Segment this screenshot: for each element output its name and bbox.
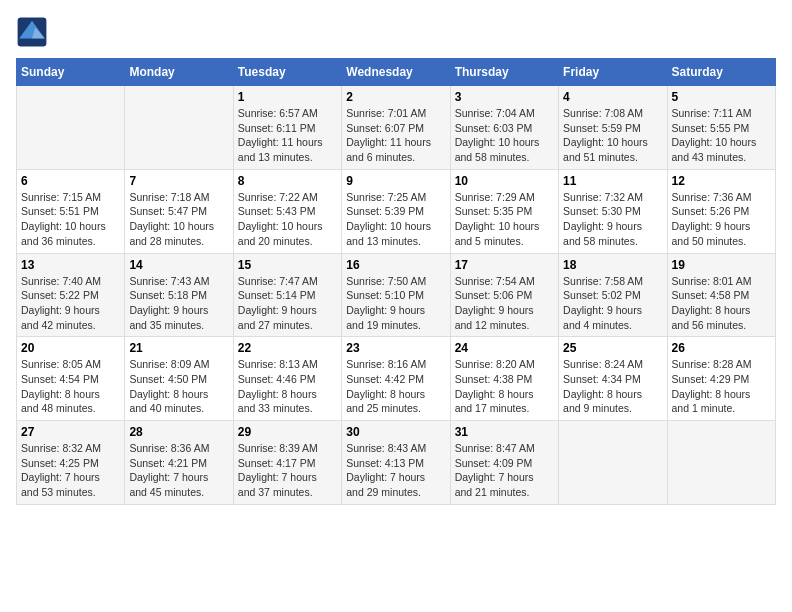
day-number: 11 <box>563 174 662 188</box>
day-info: Sunrise: 7:01 AM Sunset: 6:07 PM Dayligh… <box>346 106 445 165</box>
weekday-header-tuesday: Tuesday <box>233 59 341 86</box>
calendar-cell <box>559 421 667 505</box>
day-info: Sunrise: 8:28 AM Sunset: 4:29 PM Dayligh… <box>672 357 771 416</box>
calendar-cell: 11Sunrise: 7:32 AM Sunset: 5:30 PM Dayli… <box>559 169 667 253</box>
calendar-cell: 9Sunrise: 7:25 AM Sunset: 5:39 PM Daylig… <box>342 169 450 253</box>
weekday-header-row: SundayMondayTuesdayWednesdayThursdayFrid… <box>17 59 776 86</box>
day-number: 28 <box>129 425 228 439</box>
calendar-cell: 21Sunrise: 8:09 AM Sunset: 4:50 PM Dayli… <box>125 337 233 421</box>
day-info: Sunrise: 7:11 AM Sunset: 5:55 PM Dayligh… <box>672 106 771 165</box>
weekday-header-thursday: Thursday <box>450 59 558 86</box>
calendar-cell: 8Sunrise: 7:22 AM Sunset: 5:43 PM Daylig… <box>233 169 341 253</box>
calendar-cell: 26Sunrise: 8:28 AM Sunset: 4:29 PM Dayli… <box>667 337 775 421</box>
day-info: Sunrise: 8:16 AM Sunset: 4:42 PM Dayligh… <box>346 357 445 416</box>
day-info: Sunrise: 8:36 AM Sunset: 4:21 PM Dayligh… <box>129 441 228 500</box>
calendar-cell: 15Sunrise: 7:47 AM Sunset: 5:14 PM Dayli… <box>233 253 341 337</box>
day-info: Sunrise: 7:43 AM Sunset: 5:18 PM Dayligh… <box>129 274 228 333</box>
day-number: 8 <box>238 174 337 188</box>
weekday-header-sunday: Sunday <box>17 59 125 86</box>
day-info: Sunrise: 7:58 AM Sunset: 5:02 PM Dayligh… <box>563 274 662 333</box>
calendar-cell: 19Sunrise: 8:01 AM Sunset: 4:58 PM Dayli… <box>667 253 775 337</box>
day-number: 16 <box>346 258 445 272</box>
day-info: Sunrise: 8:43 AM Sunset: 4:13 PM Dayligh… <box>346 441 445 500</box>
day-number: 24 <box>455 341 554 355</box>
calendar-cell: 25Sunrise: 8:24 AM Sunset: 4:34 PM Dayli… <box>559 337 667 421</box>
day-number: 15 <box>238 258 337 272</box>
weekday-header-monday: Monday <box>125 59 233 86</box>
day-info: Sunrise: 8:20 AM Sunset: 4:38 PM Dayligh… <box>455 357 554 416</box>
day-number: 9 <box>346 174 445 188</box>
calendar-cell: 20Sunrise: 8:05 AM Sunset: 4:54 PM Dayli… <box>17 337 125 421</box>
day-info: Sunrise: 7:22 AM Sunset: 5:43 PM Dayligh… <box>238 190 337 249</box>
day-info: Sunrise: 7:54 AM Sunset: 5:06 PM Dayligh… <box>455 274 554 333</box>
day-info: Sunrise: 7:18 AM Sunset: 5:47 PM Dayligh… <box>129 190 228 249</box>
calendar-cell: 17Sunrise: 7:54 AM Sunset: 5:06 PM Dayli… <box>450 253 558 337</box>
calendar-week-row: 1Sunrise: 6:57 AM Sunset: 6:11 PM Daylig… <box>17 86 776 170</box>
day-number: 26 <box>672 341 771 355</box>
page-header <box>16 16 776 48</box>
calendar-cell: 30Sunrise: 8:43 AM Sunset: 4:13 PM Dayli… <box>342 421 450 505</box>
day-number: 14 <box>129 258 228 272</box>
day-number: 1 <box>238 90 337 104</box>
logo <box>16 16 52 48</box>
calendar-table: SundayMondayTuesdayWednesdayThursdayFrid… <box>16 58 776 505</box>
logo-icon <box>16 16 48 48</box>
calendar-header: SundayMondayTuesdayWednesdayThursdayFrid… <box>17 59 776 86</box>
calendar-cell: 27Sunrise: 8:32 AM Sunset: 4:25 PM Dayli… <box>17 421 125 505</box>
day-info: Sunrise: 8:24 AM Sunset: 4:34 PM Dayligh… <box>563 357 662 416</box>
calendar-cell: 7Sunrise: 7:18 AM Sunset: 5:47 PM Daylig… <box>125 169 233 253</box>
day-info: Sunrise: 7:47 AM Sunset: 5:14 PM Dayligh… <box>238 274 337 333</box>
day-info: Sunrise: 8:09 AM Sunset: 4:50 PM Dayligh… <box>129 357 228 416</box>
weekday-header-friday: Friday <box>559 59 667 86</box>
calendar-cell: 16Sunrise: 7:50 AM Sunset: 5:10 PM Dayli… <box>342 253 450 337</box>
day-info: Sunrise: 8:13 AM Sunset: 4:46 PM Dayligh… <box>238 357 337 416</box>
calendar-cell: 3Sunrise: 7:04 AM Sunset: 6:03 PM Daylig… <box>450 86 558 170</box>
day-info: Sunrise: 8:47 AM Sunset: 4:09 PM Dayligh… <box>455 441 554 500</box>
calendar-cell: 23Sunrise: 8:16 AM Sunset: 4:42 PM Dayli… <box>342 337 450 421</box>
day-info: Sunrise: 7:08 AM Sunset: 5:59 PM Dayligh… <box>563 106 662 165</box>
day-number: 2 <box>346 90 445 104</box>
calendar-cell: 14Sunrise: 7:43 AM Sunset: 5:18 PM Dayli… <box>125 253 233 337</box>
calendar-week-row: 13Sunrise: 7:40 AM Sunset: 5:22 PM Dayli… <box>17 253 776 337</box>
day-number: 4 <box>563 90 662 104</box>
calendar-cell: 18Sunrise: 7:58 AM Sunset: 5:02 PM Dayli… <box>559 253 667 337</box>
calendar-cell <box>17 86 125 170</box>
day-number: 5 <box>672 90 771 104</box>
day-info: Sunrise: 7:32 AM Sunset: 5:30 PM Dayligh… <box>563 190 662 249</box>
calendar-cell: 31Sunrise: 8:47 AM Sunset: 4:09 PM Dayli… <box>450 421 558 505</box>
calendar-cell: 4Sunrise: 7:08 AM Sunset: 5:59 PM Daylig… <box>559 86 667 170</box>
day-number: 10 <box>455 174 554 188</box>
calendar-week-row: 6Sunrise: 7:15 AM Sunset: 5:51 PM Daylig… <box>17 169 776 253</box>
calendar-cell: 10Sunrise: 7:29 AM Sunset: 5:35 PM Dayli… <box>450 169 558 253</box>
day-info: Sunrise: 7:50 AM Sunset: 5:10 PM Dayligh… <box>346 274 445 333</box>
day-number: 27 <box>21 425 120 439</box>
weekday-header-saturday: Saturday <box>667 59 775 86</box>
calendar-cell: 28Sunrise: 8:36 AM Sunset: 4:21 PM Dayli… <box>125 421 233 505</box>
calendar-cell <box>125 86 233 170</box>
day-info: Sunrise: 7:29 AM Sunset: 5:35 PM Dayligh… <box>455 190 554 249</box>
day-number: 19 <box>672 258 771 272</box>
day-info: Sunrise: 8:01 AM Sunset: 4:58 PM Dayligh… <box>672 274 771 333</box>
calendar-cell: 29Sunrise: 8:39 AM Sunset: 4:17 PM Dayli… <box>233 421 341 505</box>
day-info: Sunrise: 6:57 AM Sunset: 6:11 PM Dayligh… <box>238 106 337 165</box>
calendar-cell: 22Sunrise: 8:13 AM Sunset: 4:46 PM Dayli… <box>233 337 341 421</box>
day-info: Sunrise: 7:04 AM Sunset: 6:03 PM Dayligh… <box>455 106 554 165</box>
calendar-cell: 6Sunrise: 7:15 AM Sunset: 5:51 PM Daylig… <box>17 169 125 253</box>
calendar-cell: 1Sunrise: 6:57 AM Sunset: 6:11 PM Daylig… <box>233 86 341 170</box>
day-number: 17 <box>455 258 554 272</box>
day-number: 12 <box>672 174 771 188</box>
calendar-week-row: 20Sunrise: 8:05 AM Sunset: 4:54 PM Dayli… <box>17 337 776 421</box>
day-info: Sunrise: 7:40 AM Sunset: 5:22 PM Dayligh… <box>21 274 120 333</box>
calendar-body: 1Sunrise: 6:57 AM Sunset: 6:11 PM Daylig… <box>17 86 776 505</box>
calendar-cell: 5Sunrise: 7:11 AM Sunset: 5:55 PM Daylig… <box>667 86 775 170</box>
weekday-header-wednesday: Wednesday <box>342 59 450 86</box>
day-info: Sunrise: 7:36 AM Sunset: 5:26 PM Dayligh… <box>672 190 771 249</box>
day-number: 31 <box>455 425 554 439</box>
day-info: Sunrise: 8:05 AM Sunset: 4:54 PM Dayligh… <box>21 357 120 416</box>
calendar-cell: 12Sunrise: 7:36 AM Sunset: 5:26 PM Dayli… <box>667 169 775 253</box>
day-number: 6 <box>21 174 120 188</box>
day-number: 20 <box>21 341 120 355</box>
calendar-cell <box>667 421 775 505</box>
day-number: 23 <box>346 341 445 355</box>
day-number: 13 <box>21 258 120 272</box>
